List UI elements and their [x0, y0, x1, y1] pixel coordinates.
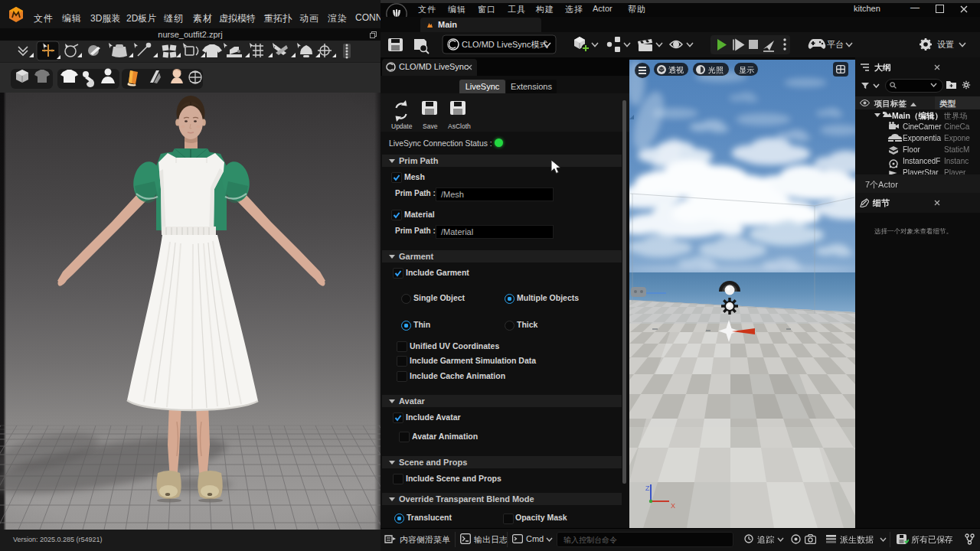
- svg-text:Update: Update: [391, 122, 413, 130]
- svg-text:平台: 平台: [827, 40, 844, 49]
- svg-text:设置: 设置: [937, 40, 954, 49]
- svg-text:Z: Z: [645, 484, 650, 492]
- svg-text:X: X: [671, 502, 675, 510]
- svg-text:AsCloth: AsCloth: [448, 122, 471, 130]
- svg-text:CLO/MD LiveSync模式: CLO/MD LiveSync模式: [462, 40, 547, 49]
- svg-text:Save: Save: [423, 122, 438, 130]
